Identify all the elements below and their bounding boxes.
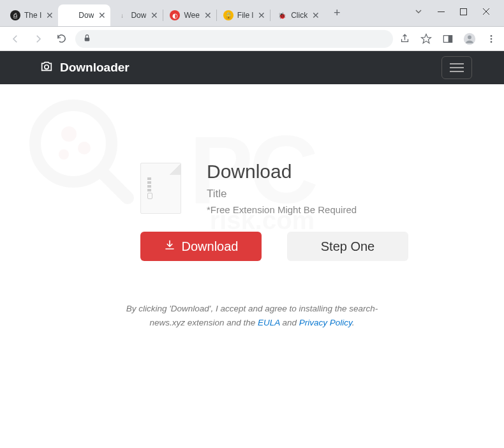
tab-favicon-icon: ⎙ [10, 10, 20, 20]
tab-favicon-icon: 🐞 [277, 10, 287, 20]
browser-tab-strip: ⎙The I✕Dow✕↓Dow✕◐Wee✕🔒File l✕🐞Click✕ + [0, 0, 504, 27]
svg-rect-2 [85, 37, 90, 40]
svg-point-8 [491, 38, 493, 40]
svg-rect-1 [461, 8, 467, 15]
step-one-label: Step One [321, 239, 375, 254]
download-button[interactable]: Download [140, 232, 262, 261]
download-subtitle: Title [207, 188, 357, 200]
page-content: Download Title *Free Extension Might Be … [0, 84, 504, 329]
chevron-down-icon[interactable] [415, 8, 422, 15]
tab-title: The I [24, 11, 41, 20]
download-note: *Free Extension Might Be Required [207, 204, 357, 215]
bookmark-icon[interactable] [420, 33, 433, 45]
hamburger-menu[interactable] [441, 56, 472, 79]
reload-button[interactable] [52, 30, 70, 48]
disclaimer-text: By clicking 'Download', I accept and agr… [32, 302, 472, 329]
tab-close-icon[interactable]: ✕ [311, 11, 320, 20]
side-panel-icon[interactable] [441, 33, 454, 45]
browser-toolbar [0, 27, 504, 51]
download-heading: Download [207, 161, 357, 183]
tab-title: Click [291, 11, 308, 20]
camera-icon [40, 59, 54, 77]
browser-tab[interactable]: ⎙The I✕ [4, 4, 58, 26]
disclaimer-post: . [352, 318, 355, 327]
profile-icon[interactable] [463, 33, 476, 45]
maximize-icon[interactable] [460, 8, 467, 15]
disclaimer-mid: and [280, 318, 299, 327]
lock-icon [83, 33, 91, 45]
new-tab-button[interactable]: + [328, 4, 346, 22]
svg-rect-4 [448, 35, 452, 42]
tab-title: File l [237, 11, 253, 20]
tab-favicon-icon: ↓ [117, 10, 127, 20]
window-controls [415, 0, 504, 23]
close-icon[interactable] [482, 8, 490, 15]
page-navbar: Downloader [0, 51, 504, 84]
svg-point-9 [491, 41, 493, 43]
download-button-label: Download [182, 239, 239, 254]
tab-favicon-icon [64, 10, 75, 20]
brand: Downloader [40, 59, 130, 77]
back-button[interactable] [6, 30, 24, 48]
share-icon[interactable] [398, 33, 411, 45]
tab-close-icon[interactable]: ✕ [257, 11, 266, 20]
brand-text: Downloader [60, 61, 130, 75]
download-icon [164, 239, 175, 254]
address-bar[interactable] [75, 30, 393, 48]
tab-title: Dow [131, 11, 146, 20]
tab-close-icon[interactable]: ✕ [150, 11, 159, 20]
tab-close-icon[interactable]: ✕ [45, 11, 54, 20]
browser-tab[interactable]: Dow✕ [58, 4, 110, 26]
toolbar-actions [398, 33, 498, 45]
tab-title: Dow [78, 11, 94, 20]
tab-close-icon[interactable]: ✕ [204, 11, 212, 20]
privacy-link[interactable]: Privacy Policy [299, 318, 352, 327]
tab-favicon-icon: ◐ [170, 10, 180, 20]
svg-point-7 [491, 35, 493, 37]
forward-button[interactable] [29, 30, 47, 48]
browser-tab[interactable]: ↓Dow✕ [110, 4, 163, 26]
tab-favicon-icon: 🔒 [223, 10, 233, 20]
browser-tab[interactable]: 🔒File l✕ [217, 4, 270, 26]
step-one-button[interactable]: Step One [287, 232, 408, 261]
tab-close-icon[interactable]: ✕ [98, 11, 107, 20]
svg-point-6 [468, 35, 471, 39]
browser-tab[interactable]: ◐Wee✕ [163, 4, 216, 26]
svg-point-10 [45, 64, 48, 68]
menu-icon[interactable] [485, 33, 498, 45]
eula-link[interactable]: EULA [258, 318, 280, 327]
minimize-icon[interactable] [438, 8, 445, 15]
tab-title: Wee [184, 11, 199, 20]
file-zip-icon [140, 163, 181, 214]
browser-tab[interactable]: 🐞Click✕ [271, 4, 324, 26]
